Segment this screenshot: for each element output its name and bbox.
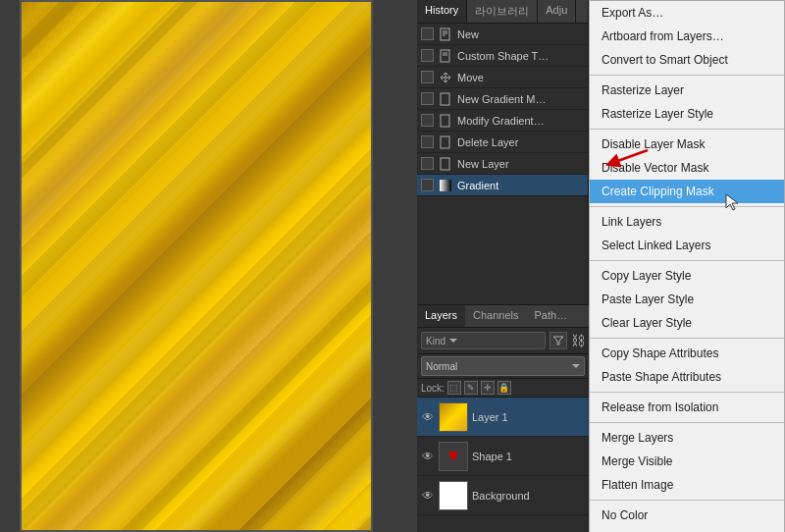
menu-create-clipping-mask[interactable]: Create Clipping Mask (590, 180, 784, 203)
layer-item-background[interactable]: 👁 Background (417, 476, 589, 515)
history-panel-tabs: History 라이브러리 Adju (417, 0, 588, 24)
history-item-label: New Layer (457, 158, 509, 170)
lock-position-icon[interactable]: ✛ (481, 381, 495, 395)
tab-history[interactable]: History (417, 0, 467, 23)
history-item-modify-gradient[interactable]: Modify Gradient… (417, 110, 588, 132)
history-checkbox (421, 92, 434, 105)
document-icon (438, 113, 453, 129)
menu-red[interactable]: Red (590, 527, 784, 532)
layer-item-layer1[interactable]: 👁 Layer 1 (417, 398, 589, 437)
visibility-icon-bg[interactable]: 👁 (421, 489, 435, 503)
history-item-move[interactable]: Move (417, 67, 588, 88)
canvas-area (0, 0, 417, 532)
history-item-gradient[interactable]: Gradient (417, 175, 588, 196)
menu-separator-7 (590, 422, 784, 423)
history-item-new-gradient[interactable]: New Gradient M… (417, 88, 588, 110)
history-checkbox (421, 114, 434, 127)
menu-separator-6 (590, 392, 784, 393)
menu-merge-layers[interactable]: Merge Layers (590, 426, 784, 450)
svg-rect-10 (441, 158, 449, 170)
visibility-icon-shape1[interactable]: 👁 (421, 450, 435, 463)
layers-panel: Layers Channels Path… Kind ⛓ Normal Lock… (417, 304, 589, 532)
menu-rasterize-layer-style[interactable]: Rasterize Layer Style (590, 102, 784, 126)
history-item-label: Delete Layer (457, 136, 518, 148)
tab-layers[interactable]: Layers (417, 305, 465, 327)
menu-rasterize-layer[interactable]: Rasterize Layer (590, 79, 784, 102)
history-checkbox (421, 71, 434, 83)
svg-rect-7 (441, 93, 449, 105)
menu-copy-layer-style[interactable]: Copy Layer Style (590, 264, 784, 288)
visibility-icon-layer1[interactable]: 👁 (421, 410, 435, 424)
menu-select-linked-layers[interactable]: Select Linked Layers (590, 234, 784, 257)
lock-transparent-icon[interactable]: ⬚ (447, 381, 461, 395)
history-checkbox (421, 49, 434, 62)
history-checkbox (421, 179, 434, 191)
blend-dropdown-arrow (572, 364, 580, 368)
menu-paste-layer-style[interactable]: Paste Layer Style (590, 288, 784, 311)
history-checkbox (421, 27, 434, 40)
history-item-label: Custom Shape T… (457, 50, 549, 62)
chain-icon[interactable]: ⛓ (571, 334, 585, 347)
layers-kind-filter[interactable]: Kind (421, 332, 546, 349)
layer-thumb-bg (439, 481, 468, 510)
svg-rect-9 (441, 136, 449, 148)
menu-artboard-from-layers[interactable]: Artboard from Layers… (590, 25, 784, 48)
lock-brush-icon[interactable]: ✎ (464, 381, 478, 395)
svg-rect-8 (441, 115, 449, 127)
menu-separator-4 (590, 260, 784, 261)
shape-preview: ♥ (448, 446, 459, 466)
layer-name-shape1: Shape 1 (472, 451, 512, 462)
layer-name-bg: Background (472, 490, 530, 502)
history-checkbox (421, 157, 434, 170)
history-item-label: New Gradient M… (457, 93, 546, 105)
history-items-list: New Custom Shape T… Move New Gradient M… (417, 24, 588, 196)
history-item-label: Move (457, 72, 484, 83)
menu-no-color[interactable]: No Color (590, 504, 784, 527)
history-item-custom-shape[interactable]: Custom Shape T… (417, 45, 588, 67)
menu-separator-1 (590, 75, 784, 76)
menu-release-from-isolation[interactable]: Release from Isolation (590, 396, 784, 419)
menu-copy-shape-attributes[interactable]: Copy Shape Attributes (590, 342, 784, 365)
menu-link-layers[interactable]: Link Layers (590, 210, 784, 234)
menu-export-as[interactable]: Export As… (590, 1, 784, 25)
menu-paste-shape-attributes[interactable]: Paste Shape Attributes (590, 365, 784, 389)
menu-separator-8 (590, 500, 784, 501)
filter-icon[interactable] (550, 332, 567, 349)
menu-disable-vector-mask[interactable]: Disable Vector Mask (590, 156, 784, 180)
history-item-delete-layer[interactable]: Delete Layer (417, 132, 588, 153)
layer-item-shape1[interactable]: 👁 ♥ Shape 1 (417, 437, 589, 476)
context-menu: Export As… Artboard from Layers… Convert… (589, 0, 785, 532)
canvas-gold (20, 0, 373, 532)
document-icon (438, 91, 453, 107)
layers-panel-tabs: Layers Channels Path… (417, 304, 589, 328)
blend-mode-label: Normal (426, 361, 570, 372)
document-icon (438, 156, 453, 172)
document-icon (438, 134, 453, 150)
menu-separator-5 (590, 338, 784, 339)
tab-channels[interactable]: Channels (465, 305, 526, 327)
menu-separator-2 (590, 129, 784, 130)
menu-clear-layer-style[interactable]: Clear Layer Style (590, 311, 784, 335)
menu-merge-visible[interactable]: Merge Visible (590, 450, 784, 473)
blend-mode-select[interactable]: Normal (421, 356, 585, 376)
history-item-label: New (457, 28, 479, 40)
layers-search-bar: Kind ⛓ (417, 328, 589, 354)
gradient-icon (438, 178, 453, 193)
tab-library[interactable]: 라이브러리 (467, 0, 538, 23)
move-icon (438, 70, 453, 85)
menu-separator-3 (590, 206, 784, 207)
history-panel: History 라이브러리 Adju New Custom Shape T… M… (417, 0, 589, 304)
history-checkbox (421, 135, 434, 148)
layer-name-layer1: Layer 1 (472, 411, 508, 423)
history-item-new[interactable]: New (417, 24, 588, 45)
lock-label: Lock: (421, 383, 445, 394)
tab-paths[interactable]: Path… (527, 305, 576, 327)
menu-convert-smart-object[interactable]: Convert to Smart Object (590, 48, 784, 72)
document-icon (438, 48, 453, 64)
lock-all-icon[interactable]: 🔒 (497, 381, 511, 395)
history-item-new-layer[interactable]: New Layer (417, 153, 588, 175)
menu-flatten-image[interactable]: Flatten Image (590, 473, 784, 497)
tab-adjust[interactable]: Adju (538, 0, 576, 23)
kind-dropdown-arrow (449, 339, 457, 343)
menu-disable-layer-mask[interactable]: Disable Layer Mask (590, 133, 784, 156)
